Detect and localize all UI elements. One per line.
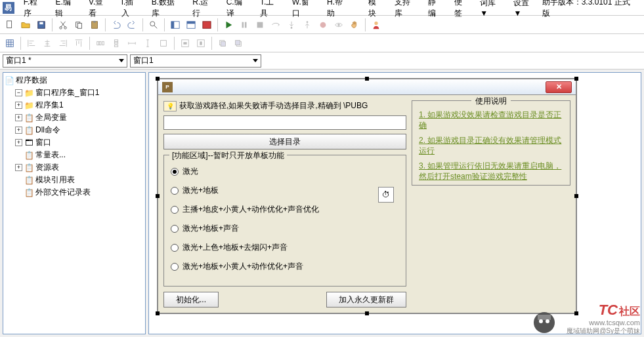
resize-handle[interactable] (365, 77, 369, 81)
open-file-icon[interactable] (18, 18, 33, 32)
resize-handle[interactable] (156, 77, 160, 81)
unit-combo[interactable]: 窗口1 * (3, 54, 127, 68)
radio-option[interactable]: 激光+地板 (171, 185, 399, 196)
radio-option[interactable]: 主播+地皮+小黄人+动作优化+声音优化 (171, 204, 399, 215)
layout3-icon[interactable] (200, 18, 214, 32)
collapse-icon[interactable]: − (15, 89, 22, 96)
tree-node[interactable]: +📁程序集1 (5, 99, 144, 111)
menu-notes[interactable]: 便签 (449, 0, 475, 20)
person-icon[interactable] (369, 18, 383, 32)
step-into-icon[interactable] (284, 18, 299, 32)
pause-icon[interactable] (237, 18, 251, 32)
join-group-button[interactable]: 加入永久更新群 (326, 292, 406, 307)
usage-link[interactable]: 2. 如果游戏目录正确没有效果请管理模式运行 (419, 136, 563, 156)
copy-icon[interactable] (72, 18, 86, 32)
path-input[interactable] (163, 115, 406, 130)
find-icon[interactable] (146, 18, 161, 32)
align-left-icon[interactable] (24, 36, 39, 50)
cut-icon[interactable] (56, 18, 70, 32)
hint-text: 获取游戏路径,如果失败请手动选择目录,精确到 \PUBG (179, 100, 368, 111)
resize-handle[interactable] (574, 311, 578, 315)
radio-option[interactable]: 激光+上色+地板+去烟闪+声音 (171, 242, 399, 253)
resize-handle[interactable] (365, 311, 369, 315)
same-height-icon[interactable] (140, 36, 155, 50)
tree-node[interactable]: 📋模块引用表 (5, 174, 144, 186)
usage-link[interactable]: 3. 如果管理运行依旧无效果请重启电脑，然后打开steam验证游戏完整性 (419, 161, 563, 182)
chevron-down-icon (119, 59, 124, 62)
group-label: [功能区域]--暂时只开放单板功能 (169, 150, 287, 161)
align-center-icon[interactable] (40, 36, 54, 50)
select-dir-button[interactable]: 选择目录 (163, 134, 406, 149)
chevron-down-icon (253, 59, 258, 62)
layout2-icon[interactable] (184, 18, 198, 32)
design-canvas[interactable]: P ✕ 💡 获取游戏路径,如果失败请手动选择目录,精确到 \PUBG 选择目录 … (148, 72, 641, 334)
tree-node[interactable]: +📋全局变量 (5, 111, 144, 124)
radio-option[interactable]: 激光+地板+小黄人+动作优化+声音 (171, 261, 399, 272)
redo-icon[interactable] (125, 18, 139, 32)
tree-node[interactable]: +📋Dll命令 (5, 124, 144, 136)
clock-icon[interactable]: ⏱ (378, 187, 394, 203)
design-window[interactable]: P ✕ 💡 获取游戏路径,如果失败请手动选择目录,精确到 \PUBG 选择目录 … (157, 78, 577, 314)
menu-support-lib[interactable]: 支持库 (389, 0, 423, 20)
expand-icon[interactable]: + (15, 139, 22, 146)
resize-handle[interactable] (574, 77, 578, 81)
expand-icon[interactable]: + (15, 127, 22, 134)
radio-label: 激光+地板 (182, 185, 219, 196)
paste-icon[interactable] (87, 18, 102, 32)
resize-handle[interactable] (156, 194, 160, 198)
feature-group: [功能区域]--暂时只开放单板功能 ⏱ 激光 激光+地板 主播+地皮+小黄人+动… (163, 155, 406, 287)
expand-icon[interactable]: + (15, 164, 22, 171)
bring-front-icon[interactable] (215, 36, 230, 50)
menu-dictionary[interactable]: 词库▼ (475, 0, 508, 19)
svg-point-22 (374, 21, 377, 24)
tree-node[interactable]: 📋外部文件记录表 (5, 186, 144, 199)
align-top-icon[interactable] (72, 36, 86, 50)
radio-list: 激光 激光+地板 主播+地皮+小黄人+动作优化+声音优化 激光+地板+声音 激光… (171, 166, 399, 272)
tree-root[interactable]: 📄 程序数据 (5, 74, 144, 87)
close-button[interactable]: ✕ (546, 81, 572, 93)
init-button[interactable]: 初始化... (163, 292, 219, 307)
align-right-icon[interactable] (56, 36, 70, 50)
menu-static-compile[interactable]: 静编 (423, 0, 449, 20)
expand-icon[interactable]: + (15, 114, 22, 121)
new-file-icon[interactable] (3, 18, 17, 32)
send-back-icon[interactable] (231, 36, 246, 50)
same-width-icon[interactable] (125, 36, 139, 50)
radio-option[interactable]: 激光 (171, 166, 399, 177)
run-icon[interactable] (221, 18, 236, 32)
watch-icon[interactable] (332, 18, 346, 32)
window-icon: P (162, 82, 173, 92)
step-over-icon[interactable] (268, 18, 283, 32)
same-size-icon[interactable] (156, 36, 171, 50)
tree-node[interactable]: +🗔窗口 (5, 136, 144, 149)
dist-h-icon[interactable] (93, 36, 108, 50)
project-tree[interactable]: 📄 程序数据 −📁窗口程序集_窗口1 +📁程序集1 +📋全局变量 +📋Dll命令… (3, 73, 145, 200)
stop-icon[interactable] (253, 18, 267, 32)
step-out-icon[interactable] (300, 18, 314, 32)
svg-point-19 (307, 21, 309, 23)
tree-node[interactable]: −📁窗口程序集_窗口1 (5, 87, 144, 99)
element-combo[interactable]: 窗口1 (130, 54, 261, 68)
usage-list: 1. 如果游戏没效果请检查游戏目录是否正确 2. 如果游戏目录正确没有效果请管理… (419, 110, 563, 182)
window-titlebar[interactable]: P ✕ (158, 79, 576, 95)
dist-v-icon[interactable] (109, 36, 123, 50)
svg-rect-8 (93, 20, 96, 22)
tree-label: 常量表... (35, 149, 66, 161)
center-h-icon[interactable] (178, 36, 192, 50)
tree-node[interactable]: 📋常量表... (5, 149, 144, 161)
radio-option[interactable]: 激光+地板+声音 (171, 223, 399, 234)
svg-rect-2 (39, 22, 43, 24)
layout1-icon[interactable] (168, 18, 182, 32)
breakpoint-icon[interactable] (316, 18, 330, 32)
usage-link[interactable]: 1. 如果游戏没效果请检查游戏目录是否正确 (419, 110, 563, 130)
resize-handle[interactable] (574, 194, 578, 198)
expand-icon[interactable]: + (15, 102, 22, 109)
menu-settings[interactable]: 设置▼ (508, 0, 542, 19)
resize-handle[interactable] (156, 311, 160, 315)
tree-node[interactable]: +📋资源表 (5, 161, 144, 174)
hand-icon[interactable] (347, 18, 362, 32)
undo-icon[interactable] (109, 18, 123, 32)
center-v-icon[interactable] (194, 36, 208, 50)
save-icon[interactable] (34, 18, 49, 32)
grid-icon[interactable] (3, 36, 17, 50)
